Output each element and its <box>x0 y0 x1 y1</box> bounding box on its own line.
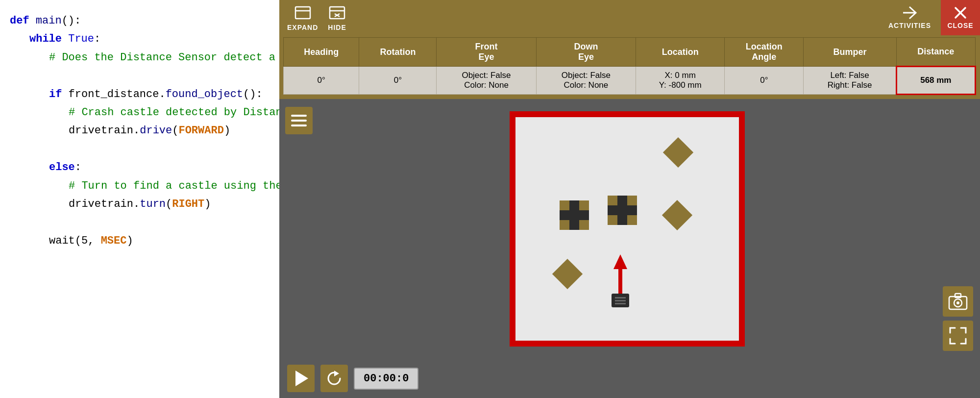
sim-arena-border <box>510 111 745 347</box>
code-line-3: # Does the Distance Sensor detect a cast… <box>10 49 270 67</box>
timer-display: 00:00:0 <box>354 368 418 390</box>
play-icon <box>295 371 308 386</box>
cell-distance: 568 mm <box>896 67 975 95</box>
code-line-13: wait(5, MSEC) <box>10 232 270 250</box>
reset-button[interactable] <box>320 365 348 392</box>
robot-body <box>612 294 629 307</box>
sim-viewport <box>318 99 936 359</box>
code-line-4 <box>10 67 270 85</box>
sim-right-controls <box>936 99 980 359</box>
reset-icon <box>325 370 343 387</box>
toolbar-right: ACTIVITIES CLOSE <box>879 0 980 35</box>
expand-icon <box>294 4 312 22</box>
col-distance: Distance <box>896 38 975 67</box>
play-button[interactable] <box>287 365 315 392</box>
activities-icon <box>901 6 918 20</box>
cell-down-eye: Object: FalseColor: None <box>536 67 636 95</box>
simulator-panel: EXPAND HIDE ACTIV <box>279 0 980 398</box>
menu-icon-line2 <box>291 120 307 122</box>
code-line-9: else: <box>10 158 270 176</box>
code-line-11: drivetrain.turn(RIGHT) <box>10 195 270 213</box>
cell-bumper: Left: FalseRight: False <box>804 67 896 95</box>
code-line-6: # Crash castle detected by Distance Sens… <box>10 103 270 122</box>
svg-rect-2 <box>330 7 344 19</box>
sim-main <box>279 99 980 359</box>
svg-rect-0 <box>295 7 310 19</box>
castle-left <box>560 200 589 230</box>
expand-button[interactable]: EXPAND <box>287 4 318 31</box>
col-rotation: Rotation <box>359 38 437 67</box>
menu-icon-line3 <box>291 124 307 126</box>
code-line-10: # Turn to find a castle using the Distan… <box>10 177 270 195</box>
cell-heading: 0° <box>284 67 359 95</box>
code-line-2: while True: <box>10 30 270 48</box>
svg-marker-13 <box>334 371 339 376</box>
robot-body-line1 <box>615 297 626 298</box>
activities-label: ACTIVITIES <box>888 22 931 29</box>
col-location: Location <box>636 38 725 67</box>
toolbar: EXPAND HIDE ACTIV <box>279 0 980 35</box>
robot <box>612 254 629 307</box>
menu-button[interactable] <box>285 107 313 134</box>
svg-rect-12 <box>955 294 961 298</box>
code-editor: def main(): while True: # Does the Dista… <box>0 0 279 398</box>
sensor-table-container: Heading Rotation FrontEye DownEye Locati… <box>279 35 980 99</box>
col-location-angle: LocationAngle <box>725 38 804 67</box>
code-line-5: if front_distance.found_object(): <box>10 85 270 103</box>
code-line-8 <box>10 140 270 158</box>
activities-button[interactable]: ACTIVITIES <box>879 0 941 35</box>
svg-point-11 <box>956 301 959 304</box>
camera-button[interactable] <box>943 286 973 317</box>
sim-arena <box>515 117 739 341</box>
cell-location-angle: 0° <box>725 67 804 95</box>
code-line-7: drivetrain.drive(FORWARD) <box>10 122 270 140</box>
sensor-table: Heading Rotation FrontEye DownEye Locati… <box>283 37 976 95</box>
col-down-eye: DownEye <box>536 38 636 67</box>
arrow-head <box>613 254 627 269</box>
hide-icon <box>328 4 346 22</box>
close-icon <box>954 6 967 20</box>
robot-body-line2 <box>615 300 626 301</box>
hide-label: HIDE <box>328 24 346 31</box>
robot-body-line3 <box>615 303 626 304</box>
camera-icon <box>948 293 968 310</box>
close-label: CLOSE <box>947 22 973 29</box>
sim-left-controls <box>279 99 318 359</box>
col-heading: Heading <box>284 38 359 67</box>
cell-front-eye: Object: FalseColor: None <box>437 67 536 95</box>
screenshot-button[interactable] <box>943 321 973 351</box>
expand-label: EXPAND <box>287 24 318 31</box>
screenshot-icon <box>948 326 968 346</box>
cell-location: X: 0 mmY: -800 mm <box>636 67 725 95</box>
diamond-right-mid <box>666 204 688 226</box>
code-line-1: def main(): <box>10 12 270 30</box>
castle-center <box>608 196 637 225</box>
cell-rotation: 0° <box>359 67 437 95</box>
diamond-bottom-left <box>557 263 578 285</box>
hide-button[interactable]: HIDE <box>328 4 346 31</box>
menu-icon-line1 <box>291 115 307 117</box>
code-line-12 <box>10 213 270 231</box>
sim-bottom-controls: 00:00:0 <box>279 359 980 398</box>
arrow-stem <box>618 269 622 294</box>
diamond-top-right <box>667 142 689 163</box>
sensor-data-row: 0° 0° Object: FalseColor: None Object: F… <box>284 67 976 95</box>
col-front-eye: FrontEye <box>437 38 536 67</box>
close-button[interactable]: CLOSE <box>941 0 980 35</box>
col-bumper: Bumper <box>804 38 896 67</box>
robot-arrow-group <box>613 254 627 294</box>
